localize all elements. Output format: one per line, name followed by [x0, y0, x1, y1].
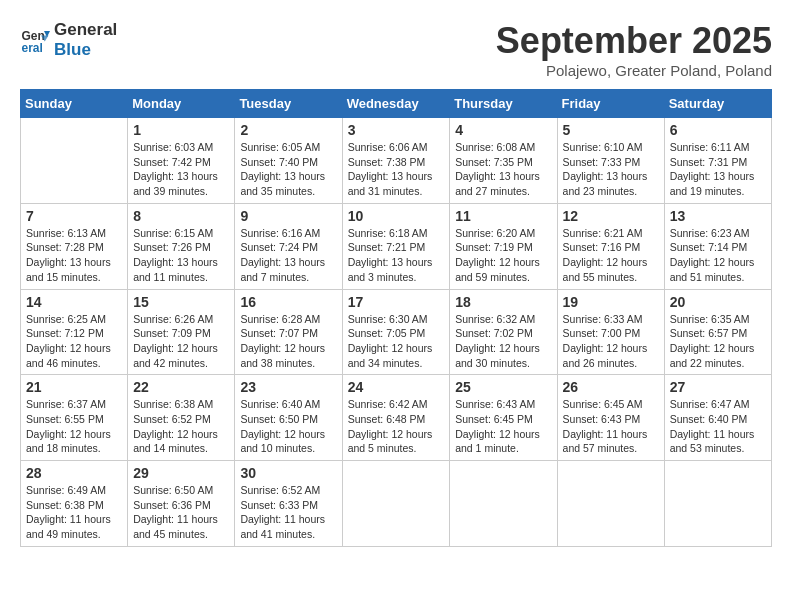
- calendar-cell: 6Sunrise: 6:11 AM Sunset: 7:31 PM Daylig…: [664, 118, 771, 204]
- logo: Gen eral General Blue: [20, 20, 117, 59]
- calendar-table: SundayMondayTuesdayWednesdayThursdayFrid…: [20, 89, 772, 547]
- calendar-cell: 1Sunrise: 6:03 AM Sunset: 7:42 PM Daylig…: [128, 118, 235, 204]
- calendar-cell: 11Sunrise: 6:20 AM Sunset: 7:19 PM Dayli…: [450, 203, 557, 289]
- calendar-cell: [342, 461, 450, 547]
- day-info: Sunrise: 6:47 AM Sunset: 6:40 PM Dayligh…: [670, 397, 766, 456]
- logo-icon: Gen eral: [20, 25, 50, 55]
- calendar-cell: 29Sunrise: 6:50 AM Sunset: 6:36 PM Dayli…: [128, 461, 235, 547]
- day-info: Sunrise: 6:26 AM Sunset: 7:09 PM Dayligh…: [133, 312, 229, 371]
- day-info: Sunrise: 6:18 AM Sunset: 7:21 PM Dayligh…: [348, 226, 445, 285]
- weekday-header-friday: Friday: [557, 90, 664, 118]
- day-info: Sunrise: 6:45 AM Sunset: 6:43 PM Dayligh…: [563, 397, 659, 456]
- calendar-week-row: 28Sunrise: 6:49 AM Sunset: 6:38 PM Dayli…: [21, 461, 772, 547]
- day-info: Sunrise: 6:11 AM Sunset: 7:31 PM Dayligh…: [670, 140, 766, 199]
- calendar-cell: 8Sunrise: 6:15 AM Sunset: 7:26 PM Daylig…: [128, 203, 235, 289]
- day-number: 24: [348, 379, 445, 395]
- svg-text:eral: eral: [22, 41, 43, 55]
- day-info: Sunrise: 6:25 AM Sunset: 7:12 PM Dayligh…: [26, 312, 122, 371]
- day-number: 17: [348, 294, 445, 310]
- day-info: Sunrise: 6:30 AM Sunset: 7:05 PM Dayligh…: [348, 312, 445, 371]
- day-number: 11: [455, 208, 551, 224]
- day-info: Sunrise: 6:32 AM Sunset: 7:02 PM Dayligh…: [455, 312, 551, 371]
- day-number: 20: [670, 294, 766, 310]
- day-number: 4: [455, 122, 551, 138]
- day-info: Sunrise: 6:08 AM Sunset: 7:35 PM Dayligh…: [455, 140, 551, 199]
- location: Polajewo, Greater Poland, Poland: [496, 62, 772, 79]
- day-number: 28: [26, 465, 122, 481]
- day-info: Sunrise: 6:52 AM Sunset: 6:33 PM Dayligh…: [240, 483, 336, 542]
- day-number: 13: [670, 208, 766, 224]
- weekday-header-tuesday: Tuesday: [235, 90, 342, 118]
- calendar-cell: 17Sunrise: 6:30 AM Sunset: 7:05 PM Dayli…: [342, 289, 450, 375]
- day-number: 26: [563, 379, 659, 395]
- day-number: 12: [563, 208, 659, 224]
- day-number: 18: [455, 294, 551, 310]
- weekday-header-sunday: Sunday: [21, 90, 128, 118]
- month-title: September 2025: [496, 20, 772, 62]
- calendar-cell: 23Sunrise: 6:40 AM Sunset: 6:50 PM Dayli…: [235, 375, 342, 461]
- day-info: Sunrise: 6:15 AM Sunset: 7:26 PM Dayligh…: [133, 226, 229, 285]
- day-info: Sunrise: 6:05 AM Sunset: 7:40 PM Dayligh…: [240, 140, 336, 199]
- calendar-cell: 7Sunrise: 6:13 AM Sunset: 7:28 PM Daylig…: [21, 203, 128, 289]
- calendar-cell: 25Sunrise: 6:43 AM Sunset: 6:45 PM Dayli…: [450, 375, 557, 461]
- logo-text-line2: Blue: [54, 40, 117, 60]
- calendar-cell: 4Sunrise: 6:08 AM Sunset: 7:35 PM Daylig…: [450, 118, 557, 204]
- day-number: 21: [26, 379, 122, 395]
- calendar-cell: 30Sunrise: 6:52 AM Sunset: 6:33 PM Dayli…: [235, 461, 342, 547]
- calendar-cell: 12Sunrise: 6:21 AM Sunset: 7:16 PM Dayli…: [557, 203, 664, 289]
- weekday-header-saturday: Saturday: [664, 90, 771, 118]
- day-number: 2: [240, 122, 336, 138]
- day-info: Sunrise: 6:20 AM Sunset: 7:19 PM Dayligh…: [455, 226, 551, 285]
- calendar-cell: [557, 461, 664, 547]
- day-number: 25: [455, 379, 551, 395]
- day-info: Sunrise: 6:16 AM Sunset: 7:24 PM Dayligh…: [240, 226, 336, 285]
- day-info: Sunrise: 6:21 AM Sunset: 7:16 PM Dayligh…: [563, 226, 659, 285]
- day-number: 29: [133, 465, 229, 481]
- weekday-header-thursday: Thursday: [450, 90, 557, 118]
- day-info: Sunrise: 6:50 AM Sunset: 6:36 PM Dayligh…: [133, 483, 229, 542]
- day-number: 23: [240, 379, 336, 395]
- day-number: 22: [133, 379, 229, 395]
- calendar-cell: 2Sunrise: 6:05 AM Sunset: 7:40 PM Daylig…: [235, 118, 342, 204]
- day-info: Sunrise: 6:33 AM Sunset: 7:00 PM Dayligh…: [563, 312, 659, 371]
- calendar-cell: 22Sunrise: 6:38 AM Sunset: 6:52 PM Dayli…: [128, 375, 235, 461]
- day-info: Sunrise: 6:03 AM Sunset: 7:42 PM Dayligh…: [133, 140, 229, 199]
- day-info: Sunrise: 6:23 AM Sunset: 7:14 PM Dayligh…: [670, 226, 766, 285]
- logo-text-line1: General: [54, 20, 117, 40]
- calendar-week-row: 1Sunrise: 6:03 AM Sunset: 7:42 PM Daylig…: [21, 118, 772, 204]
- calendar-cell: 13Sunrise: 6:23 AM Sunset: 7:14 PM Dayli…: [664, 203, 771, 289]
- day-number: 15: [133, 294, 229, 310]
- day-number: 14: [26, 294, 122, 310]
- day-info: Sunrise: 6:43 AM Sunset: 6:45 PM Dayligh…: [455, 397, 551, 456]
- calendar-cell: 21Sunrise: 6:37 AM Sunset: 6:55 PM Dayli…: [21, 375, 128, 461]
- title-block: September 2025 Polajewo, Greater Poland,…: [496, 20, 772, 79]
- day-number: 1: [133, 122, 229, 138]
- day-info: Sunrise: 6:49 AM Sunset: 6:38 PM Dayligh…: [26, 483, 122, 542]
- day-number: 3: [348, 122, 445, 138]
- day-number: 16: [240, 294, 336, 310]
- day-info: Sunrise: 6:40 AM Sunset: 6:50 PM Dayligh…: [240, 397, 336, 456]
- calendar-cell: 18Sunrise: 6:32 AM Sunset: 7:02 PM Dayli…: [450, 289, 557, 375]
- calendar-week-row: 21Sunrise: 6:37 AM Sunset: 6:55 PM Dayli…: [21, 375, 772, 461]
- day-info: Sunrise: 6:13 AM Sunset: 7:28 PM Dayligh…: [26, 226, 122, 285]
- calendar-cell: 20Sunrise: 6:35 AM Sunset: 6:57 PM Dayli…: [664, 289, 771, 375]
- day-number: 7: [26, 208, 122, 224]
- calendar-cell: [450, 461, 557, 547]
- day-number: 27: [670, 379, 766, 395]
- day-number: 10: [348, 208, 445, 224]
- day-number: 19: [563, 294, 659, 310]
- calendar-cell: 27Sunrise: 6:47 AM Sunset: 6:40 PM Dayli…: [664, 375, 771, 461]
- calendar-week-row: 7Sunrise: 6:13 AM Sunset: 7:28 PM Daylig…: [21, 203, 772, 289]
- weekday-header-monday: Monday: [128, 90, 235, 118]
- page-header: Gen eral General Blue September 2025 Pol…: [20, 20, 772, 79]
- calendar-cell: 28Sunrise: 6:49 AM Sunset: 6:38 PM Dayli…: [21, 461, 128, 547]
- day-number: 5: [563, 122, 659, 138]
- calendar-cell: 15Sunrise: 6:26 AM Sunset: 7:09 PM Dayli…: [128, 289, 235, 375]
- calendar-cell: [664, 461, 771, 547]
- day-info: Sunrise: 6:42 AM Sunset: 6:48 PM Dayligh…: [348, 397, 445, 456]
- calendar-header-row: SundayMondayTuesdayWednesdayThursdayFrid…: [21, 90, 772, 118]
- calendar-cell: 16Sunrise: 6:28 AM Sunset: 7:07 PM Dayli…: [235, 289, 342, 375]
- day-info: Sunrise: 6:37 AM Sunset: 6:55 PM Dayligh…: [26, 397, 122, 456]
- calendar-cell: [21, 118, 128, 204]
- day-number: 8: [133, 208, 229, 224]
